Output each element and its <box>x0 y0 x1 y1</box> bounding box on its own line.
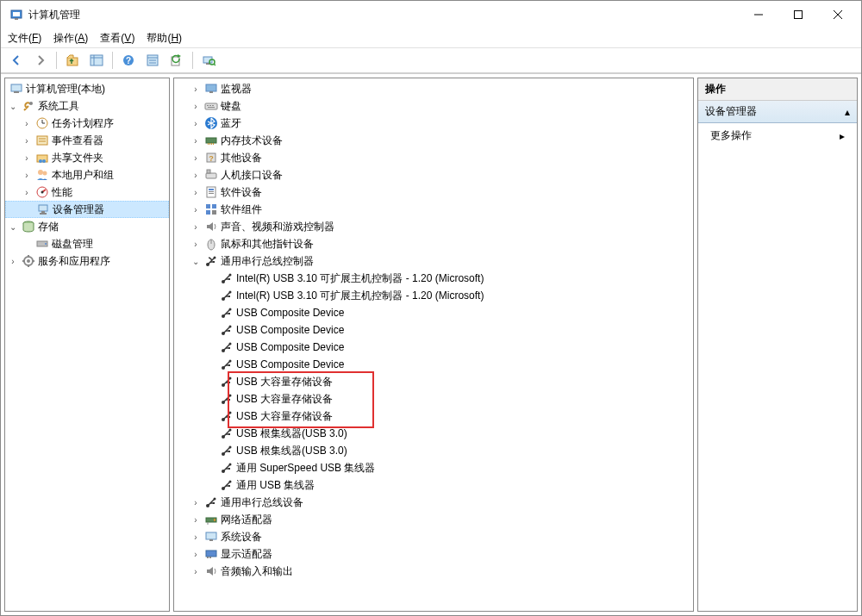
expand-icon[interactable]: › <box>21 186 33 198</box>
device-usb-mass-3[interactable]: USB 大容量存储设备 <box>174 408 693 425</box>
more-actions-item[interactable]: 更多操作 ▸ <box>698 123 857 148</box>
close-button[interactable] <box>818 1 858 28</box>
device-sw-components[interactable]: ›软件组件 <box>174 201 693 218</box>
usb-icon <box>220 271 234 285</box>
expand-icon[interactable]: › <box>21 152 33 164</box>
tree-row-shared-folders[interactable]: › 共享文件夹 <box>5 149 169 166</box>
svg-point-131 <box>229 429 232 432</box>
minimize-button[interactable] <box>739 1 778 28</box>
expand-icon[interactable]: › <box>190 152 202 164</box>
tree-row-event-viewer[interactable]: › 事件查看器 <box>5 132 169 149</box>
device-other[interactable]: ›?其他设备 <box>174 149 693 166</box>
device-monitor[interactable]: ›监视器 <box>174 80 693 97</box>
device-keyboard[interactable]: ›键盘 <box>174 97 693 115</box>
expand-icon[interactable]: › <box>190 134 202 146</box>
svg-rect-75 <box>212 210 216 215</box>
expand-icon[interactable]: › <box>190 203 202 215</box>
collapse-arrow-icon: ▴ <box>845 106 850 118</box>
tree-row-disk-mgmt[interactable]: 磁盘管理 <box>5 235 169 252</box>
usb-icon <box>204 495 218 509</box>
scan-button[interactable] <box>198 50 219 71</box>
svg-rect-8 <box>91 55 103 65</box>
device-usb-composite-2[interactable]: USB Composite Device <box>174 321 693 339</box>
expand-icon[interactable]: › <box>190 117 202 129</box>
device-network[interactable]: ›网络适配器 <box>174 511 693 528</box>
collapse-icon[interactable]: ⌄ <box>7 100 19 112</box>
collapse-icon[interactable]: ⌄ <box>7 221 19 233</box>
device-memory[interactable]: ›内存技术设备 <box>174 132 693 149</box>
expand-icon[interactable]: › <box>190 496 202 508</box>
expand-icon[interactable]: › <box>21 117 33 129</box>
device-intel-usb-1[interactable]: Intel(R) USB 3.10 可扩展主机控制器 - 1.20 (Micro… <box>174 270 693 287</box>
expand-icon[interactable]: › <box>190 565 202 577</box>
expand-icon[interactable]: › <box>190 83 202 95</box>
device-bluetooth[interactable]: ›蓝牙 <box>174 115 693 132</box>
expand-icon[interactable]: › <box>190 186 202 198</box>
expand-icon[interactable]: › <box>7 255 19 267</box>
device-software[interactable]: ›软件设备 <box>174 184 693 201</box>
tree-row-system-tools[interactable]: ⌄ 系统工具 <box>5 97 169 115</box>
tree-row-performance[interactable]: › 性能 <box>5 184 169 201</box>
tree-row-device-manager[interactable]: 设备管理器 <box>5 201 169 218</box>
expand-icon[interactable]: › <box>190 531 202 543</box>
usb-icon <box>220 358 234 371</box>
svg-rect-61 <box>209 143 210 145</box>
device-usb-mass-2[interactable]: USB 大容量存储设备 <box>174 390 693 408</box>
device-usb-superspeed[interactable]: 通用 SuperSpeed USB 集线器 <box>174 459 693 476</box>
device-usb-devices[interactable]: ›通用串行总线设备 <box>174 494 693 511</box>
menu-help[interactable]: 帮助(H) <box>147 31 182 46</box>
device-hid[interactable]: ›人机接口设备 <box>174 166 693 184</box>
menu-view[interactable]: 查看(V) <box>100 31 134 46</box>
expand-icon[interactable]: › <box>190 513 202 526</box>
device-mouse[interactable]: ›鼠标和其他指针设备 <box>174 235 693 252</box>
device-manager-icon <box>36 202 50 216</box>
tree-row-storage[interactable]: ⌄ 存储 <box>5 218 169 235</box>
usb-icon <box>220 375 234 389</box>
tree-row-root[interactable]: 计算机管理(本地) <box>5 80 169 97</box>
device-usb-mass-1[interactable]: USB 大容量存储设备 <box>174 373 693 390</box>
tree-row-local-users[interactable]: › 本地用户和组 <box>5 166 169 184</box>
svg-rect-60 <box>208 143 209 145</box>
menu-file[interactable]: 文件(F) <box>8 31 41 46</box>
expand-icon[interactable]: › <box>190 238 202 250</box>
tree-row-task-scheduler[interactable]: › 任务计划程序 <box>5 115 169 132</box>
actions-section[interactable]: 设备管理器 ▴ <box>698 101 857 123</box>
properties-button[interactable] <box>142 50 163 71</box>
menubar: 文件(F) 操作(A) 查看(V) 帮助(H) <box>1 28 861 47</box>
expand-icon[interactable]: › <box>190 221 202 233</box>
back-button[interactable] <box>6 50 27 71</box>
up-button[interactable] <box>62 50 83 71</box>
maximize-button[interactable] <box>778 1 818 28</box>
svg-point-44 <box>45 243 47 245</box>
device-system[interactable]: ›系统设备 <box>174 528 693 545</box>
device-usb-composite-1[interactable]: USB Composite Device <box>174 304 693 321</box>
device-usb-root-1[interactable]: USB 根集线器(USB 3.0) <box>174 425 693 442</box>
device-usb-composite-4[interactable]: USB Composite Device <box>174 356 693 373</box>
expand-icon[interactable]: › <box>190 100 202 112</box>
help-button[interactable]: ? <box>118 50 139 71</box>
show-hide-button[interactable] <box>86 50 107 71</box>
device-intel-usb-2[interactable]: Intel(R) USB 3.10 可扩展主机控制器 - 1.20 (Micro… <box>174 287 693 304</box>
device-usb-composite-3[interactable]: USB Composite Device <box>174 339 693 356</box>
device-usb-root-2[interactable]: USB 根集线器(USB 3.0) <box>174 442 693 459</box>
forward-button[interactable] <box>30 50 51 71</box>
device-display[interactable]: ›显示适配器 <box>174 545 693 563</box>
expand-icon[interactable]: › <box>190 169 202 181</box>
tree-row-services[interactable]: › 服务和应用程序 <box>5 252 169 270</box>
device-audio[interactable]: ›音频输入和输出 <box>174 563 693 580</box>
refresh-button[interactable] <box>166 50 187 71</box>
shared-folder-icon <box>35 151 49 165</box>
svg-point-106 <box>229 343 232 345</box>
device-usb-controller[interactable]: ⌄通用串行总线控制器 <box>174 252 693 270</box>
svg-rect-55 <box>209 105 211 106</box>
svg-rect-4 <box>795 11 803 19</box>
device-usb-hub[interactable]: 通用 USB 集线器 <box>174 476 693 494</box>
device-sound[interactable]: ›声音、视频和游戏控制器 <box>174 218 693 235</box>
expand-icon[interactable]: › <box>21 134 33 146</box>
window-controls <box>739 1 858 28</box>
collapse-icon[interactable]: ⌄ <box>190 255 202 267</box>
svg-point-38 <box>41 191 44 194</box>
menu-action[interactable]: 操作(A) <box>53 31 88 46</box>
expand-icon[interactable]: › <box>21 169 33 181</box>
expand-icon[interactable]: › <box>190 548 202 560</box>
